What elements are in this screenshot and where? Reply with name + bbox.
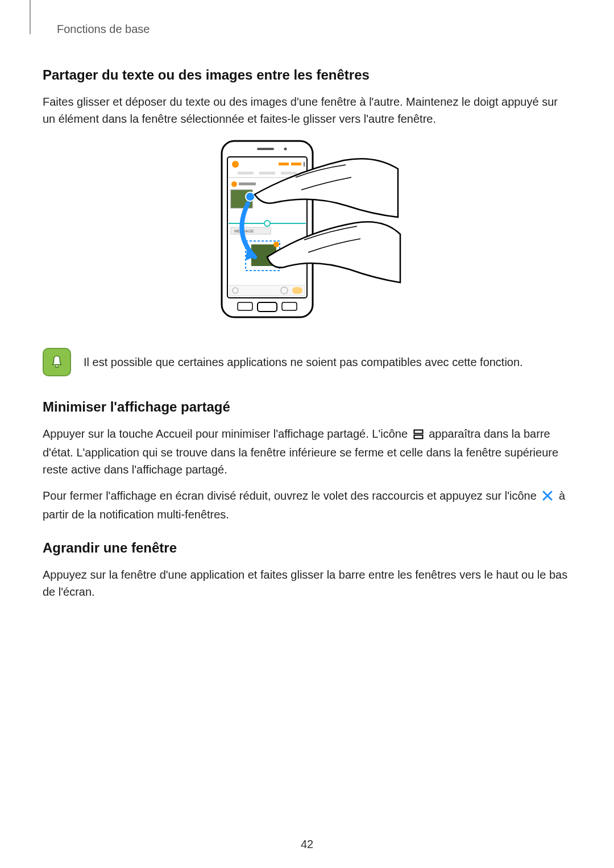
paragraph: Pour fermer l'affichage en écran divisé … xyxy=(43,487,571,523)
svg-rect-14 xyxy=(281,172,297,175)
svg-rect-13 xyxy=(259,172,275,175)
phone-gesture-illustration: MESSAGE xyxy=(210,138,404,331)
svg-rect-34 xyxy=(414,435,422,439)
svg-point-3 xyxy=(284,148,287,151)
svg-rect-31 xyxy=(292,287,302,294)
svg-rect-12 xyxy=(238,172,254,175)
svg-point-27 xyxy=(273,242,279,247)
paragraph: Faites glisser et déposer du texte ou de… xyxy=(43,93,571,127)
svg-point-20 xyxy=(246,192,255,201)
svg-point-22 xyxy=(264,221,270,226)
figure-drag-drop: MESSAGE xyxy=(43,138,571,331)
paragraph: Appuyez sur la fenêtre d'une application… xyxy=(43,566,571,600)
close-x-icon xyxy=(542,489,553,506)
svg-rect-5 xyxy=(238,302,252,310)
note-text: Il est possible que certaines applicatio… xyxy=(84,354,523,371)
text: Pour fermer l'affichage en écran divisé … xyxy=(43,489,540,502)
page-number: 42 xyxy=(0,838,614,851)
svg-rect-33 xyxy=(414,430,422,434)
svg-point-16 xyxy=(231,181,237,187)
split-screen-icon xyxy=(413,427,424,444)
text: Appuyer sur la touche Accueil pour minim… xyxy=(43,427,411,440)
note-bell-icon xyxy=(43,348,71,376)
heading-minimize-split: Minimiser l'affichage partagé xyxy=(43,399,571,415)
svg-rect-11 xyxy=(304,162,305,167)
page-content: Fonctions de base Partager du texte ou d… xyxy=(0,0,614,600)
svg-rect-9 xyxy=(279,163,289,165)
svg-rect-17 xyxy=(239,182,256,185)
svg-rect-4 xyxy=(258,302,277,312)
breadcrumb: Fonctions de base xyxy=(57,23,571,36)
svg-rect-10 xyxy=(291,163,301,165)
svg-point-8 xyxy=(232,161,239,168)
svg-rect-2 xyxy=(257,148,274,150)
heading-maximize-window: Agrandir une fenêtre xyxy=(43,540,571,556)
svg-rect-6 xyxy=(282,302,297,310)
header-rule xyxy=(30,0,31,34)
note-row: Il est possible que certaines applicatio… xyxy=(43,348,571,376)
heading-share-text-images: Partager du texte ou des images entre le… xyxy=(43,67,571,83)
paragraph: Appuyer sur la touche Accueil pour minim… xyxy=(43,425,571,478)
